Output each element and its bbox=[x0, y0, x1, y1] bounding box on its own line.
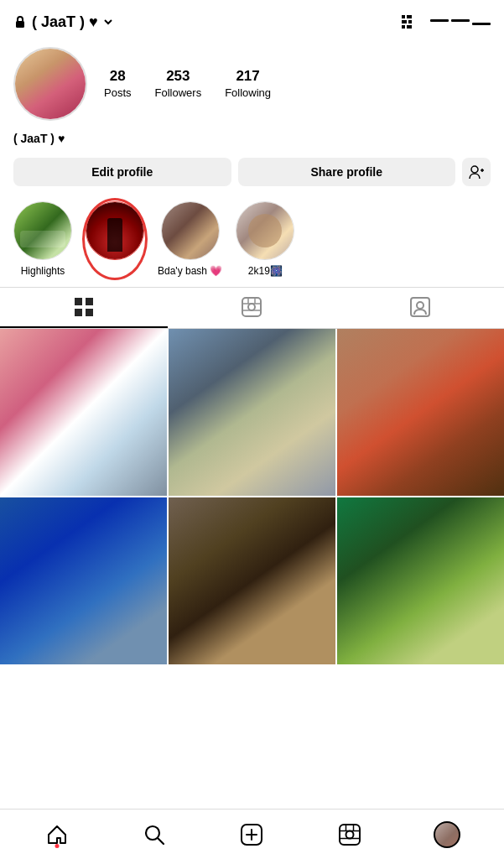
grid-cell-1[interactable] bbox=[0, 329, 167, 496]
tab-tagged[interactable] bbox=[336, 288, 504, 328]
posts-label: Posts bbox=[104, 86, 132, 99]
grid-cell-4[interactable] bbox=[0, 497, 167, 664]
highlight-circle-3[interactable] bbox=[161, 201, 220, 260]
highlight-item-2[interactable] bbox=[86, 201, 144, 277]
svg-rect-10 bbox=[75, 298, 82, 305]
followers-count: 253 bbox=[155, 68, 202, 85]
threads-icon[interactable] bbox=[398, 12, 418, 32]
profile-section: 28 Posts 253 Followers 217 Following ( J… bbox=[0, 40, 504, 186]
following-count: 217 bbox=[225, 68, 271, 85]
lock-icon bbox=[13, 15, 27, 29]
highlight-circle-2[interactable] bbox=[86, 201, 144, 260]
tab-reels[interactable] bbox=[168, 288, 335, 328]
svg-point-15 bbox=[248, 304, 255, 310]
profile-top: 28 Posts 253 Followers 217 Following bbox=[13, 47, 491, 121]
profile-name-section: ( JaaT ) ♥ bbox=[13, 131, 491, 146]
top-nav: ( JaaT ) ♥ bbox=[0, 0, 504, 40]
profile-buttons: Edit profile Share profile bbox=[13, 158, 491, 186]
svg-line-23 bbox=[158, 838, 164, 844]
photo-grid bbox=[0, 329, 504, 664]
username-label: ( JaaT ) ♥ bbox=[32, 13, 98, 31]
menu-icon[interactable] bbox=[430, 19, 491, 25]
highlight-item-3[interactable]: Bda'y bash 💗 bbox=[158, 201, 222, 277]
highlight-label-3: Bda'y bash 💗 bbox=[158, 265, 222, 277]
svg-rect-4 bbox=[408, 20, 412, 23]
grid-cell-5[interactable] bbox=[169, 497, 335, 664]
following-label: Following bbox=[225, 86, 271, 99]
svg-rect-1 bbox=[402, 15, 405, 18]
highlight-circle-1[interactable] bbox=[13, 201, 72, 260]
edit-profile-button[interactable]: Edit profile bbox=[13, 158, 231, 186]
svg-rect-2 bbox=[407, 15, 412, 18]
followers-label: Followers bbox=[155, 86, 202, 99]
highlight-item-1[interactable]: Highlights bbox=[13, 201, 72, 277]
add-person-button[interactable] bbox=[462, 158, 491, 186]
highlight-label-4: 2k19🎆 bbox=[248, 265, 283, 277]
svg-rect-13 bbox=[86, 309, 93, 316]
grid-icon bbox=[73, 296, 95, 318]
nav-right bbox=[398, 12, 491, 32]
nav-search[interactable] bbox=[134, 815, 174, 855]
nav-add[interactable] bbox=[231, 815, 272, 855]
profile-display-name: ( JaaT ) ♥ bbox=[13, 132, 65, 145]
followers-stat[interactable]: 253 Followers bbox=[155, 68, 202, 100]
reels-icon bbox=[241, 296, 262, 318]
svg-rect-0 bbox=[16, 21, 24, 28]
highlight-item-4[interactable]: 2k19🎆 bbox=[236, 201, 294, 277]
svg-rect-11 bbox=[86, 298, 93, 305]
grid-cell-2[interactable] bbox=[169, 329, 335, 496]
nav-profile-avatar[interactable] bbox=[434, 821, 460, 848]
nav-profile[interactable] bbox=[427, 815, 467, 855]
grid-cell-6[interactable] bbox=[337, 497, 504, 664]
add-person-icon bbox=[468, 164, 485, 180]
bottom-nav bbox=[0, 809, 504, 859]
profile-stats: 28 Posts 253 Followers 217 Following bbox=[104, 68, 271, 100]
highlight-circle-4[interactable] bbox=[236, 201, 294, 260]
svg-point-28 bbox=[346, 830, 353, 838]
chevron-down-icon[interactable] bbox=[103, 17, 113, 27]
svg-point-7 bbox=[471, 166, 478, 173]
posts-stat: 28 Posts bbox=[104, 68, 132, 100]
tab-bar bbox=[0, 287, 504, 329]
share-profile-button[interactable]: Share profile bbox=[238, 158, 456, 186]
svg-rect-3 bbox=[402, 20, 407, 23]
search-icon bbox=[143, 823, 166, 846]
home-icon bbox=[45, 823, 69, 846]
highlights-section: Highlights Bda'y bash 💗 2k19🎆 bbox=[0, 186, 504, 287]
svg-rect-14 bbox=[242, 298, 261, 316]
svg-rect-12 bbox=[75, 309, 82, 316]
following-stat[interactable]: 217 Following bbox=[225, 68, 271, 100]
nav-left: ( JaaT ) ♥ bbox=[13, 13, 113, 31]
grid-cell-3[interactable] bbox=[337, 329, 504, 496]
svg-point-21 bbox=[417, 302, 423, 309]
add-icon bbox=[240, 823, 263, 846]
nav-reels-icon bbox=[338, 823, 361, 846]
highlight-label-1: Highlights bbox=[21, 265, 65, 277]
svg-rect-27 bbox=[340, 825, 360, 845]
avatar[interactable] bbox=[13, 47, 87, 121]
posts-count: 28 bbox=[104, 68, 132, 85]
svg-rect-5 bbox=[402, 25, 405, 29]
tab-grid[interactable] bbox=[0, 288, 168, 328]
tagged-icon bbox=[409, 296, 431, 318]
nav-reels[interactable] bbox=[330, 815, 370, 855]
svg-rect-6 bbox=[407, 25, 412, 29]
nav-home[interactable] bbox=[37, 815, 77, 855]
